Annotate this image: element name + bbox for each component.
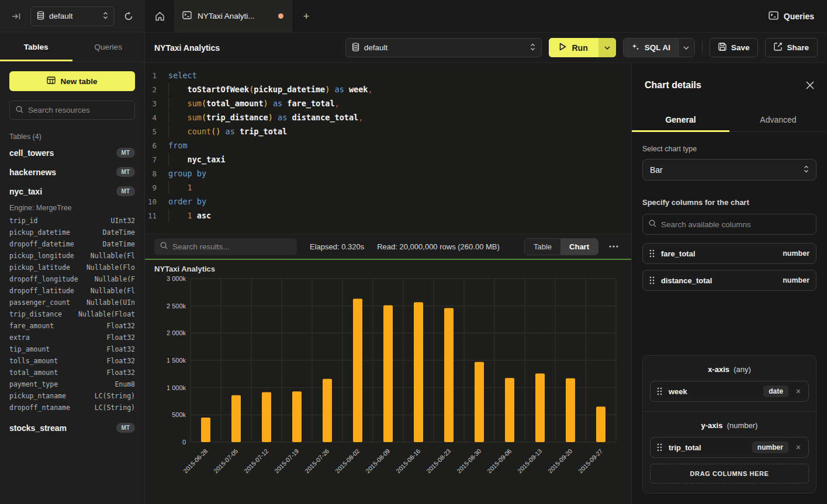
chart-bar <box>201 418 210 442</box>
tables-section-label: Tables (4) <box>9 133 135 141</box>
column-chip-trip_total[interactable]: trip_totalnumber× <box>650 437 809 458</box>
chip-name: trip_total <box>669 443 746 452</box>
code-line: 8group by <box>145 166 631 180</box>
run-button[interactable]: Run <box>549 38 598 57</box>
tab-strip: NYTaxi Analyti... + <box>145 0 756 32</box>
chart-details-title: Chart details <box>645 80 806 91</box>
run-options-chevron[interactable] <box>598 38 616 57</box>
column-row: trip_idUInt32 <box>9 215 135 227</box>
close-icon[interactable] <box>806 80 814 91</box>
refresh-icon[interactable] <box>120 8 137 25</box>
sql-ai-chevron[interactable] <box>678 39 694 57</box>
x-axis-tick-label: 2015-09-20 <box>546 447 574 475</box>
line-number: 6 <box>145 141 165 150</box>
save-label: Save <box>731 43 750 52</box>
code-line: 10order by <box>145 194 631 208</box>
details-tab-advanced[interactable]: Advanced <box>729 107 827 131</box>
column-row: extraFloat32 <box>9 332 135 343</box>
table-row-nyc_taxi[interactable]: nyc_taxiMT <box>9 182 135 201</box>
sql-ai-label: SQL AI <box>645 43 670 52</box>
chip-type-badge: number <box>783 276 809 284</box>
chart-type-select[interactable]: Bar <box>642 159 816 180</box>
line-number: 8 <box>145 169 165 178</box>
line-number: 10 <box>145 197 165 206</box>
queries-button[interactable]: Queries <box>769 11 814 22</box>
x-axis-tick-label: 2015-09-13 <box>516 447 544 475</box>
table-row-cell_towers[interactable]: cell_towersMT <box>9 143 135 162</box>
share-button[interactable]: Share <box>765 38 818 57</box>
more-options-icon[interactable] <box>605 242 622 251</box>
chevron-updown-icon <box>804 165 809 175</box>
sql-editor[interactable]: 1select2 toStartOfWeek(pickup_datetime) … <box>145 63 631 234</box>
new-table-label: New table <box>60 77 97 86</box>
read-stat: Read: 20,000,000 rows (260.00 MB) <box>377 242 500 251</box>
collapse-sidebar-icon[interactable] <box>8 9 25 24</box>
axis-card: x-axis (any) weekdate× y-axis (number) t… <box>642 355 816 493</box>
chart-details-header: Chart details <box>632 63 827 107</box>
remove-chip-icon[interactable]: × <box>795 387 802 395</box>
query-database-selector[interactable]: default <box>345 38 542 57</box>
table-chart-toggle: TableChart <box>524 238 598 255</box>
chip-type-badge: number <box>783 249 809 258</box>
save-button[interactable]: Save <box>710 38 759 57</box>
top-bar: default <box>0 0 827 33</box>
column-chip-distance_total[interactable]: distance_totalnumber <box>642 270 816 291</box>
tab-nytaxi-analytics[interactable]: NYTaxi Analyti... <box>174 0 292 32</box>
results-search-input[interactable] <box>172 242 291 251</box>
view-toggle-chart[interactable]: Chart <box>560 239 598 255</box>
view-toggle-table[interactable]: Table <box>525 239 560 255</box>
new-table-button[interactable]: New table <box>9 71 135 91</box>
drag-handle-icon[interactable] <box>649 276 655 284</box>
y-axis-label: y-axis (number) <box>650 414 809 437</box>
chart-bar <box>231 395 241 442</box>
line-number: 1 <box>145 71 165 80</box>
drag-columns-dropzone[interactable]: DRAG COLUMNS HERE <box>650 464 809 484</box>
chip-name: distance_total <box>661 276 776 285</box>
new-tab-button[interactable]: + <box>292 0 320 32</box>
run-button-group: Run <box>549 38 615 57</box>
drag-handle-icon[interactable] <box>657 443 662 451</box>
line-number: 3 <box>145 99 165 108</box>
resource-search-input[interactable] <box>28 106 129 114</box>
sidebar-tab-tables[interactable]: Tables <box>0 33 72 61</box>
database-selector-value: default <box>49 12 98 20</box>
svg-text:1 000k: 1 000k <box>167 384 186 391</box>
x-axis-tick-label: 2015-08-16 <box>395 447 422 475</box>
code-line: 3 sum(total_amount) as fare_total, <box>145 96 631 110</box>
search-icon <box>16 105 23 116</box>
columns-section-label: Specify columns for the chart <box>642 198 816 207</box>
search-icon <box>649 219 656 230</box>
top-bar-right: Queries <box>756 0 827 32</box>
column-chip-week[interactable]: weekdate× <box>650 381 809 402</box>
x-axis-tick-label: 2015-08-09 <box>364 447 392 475</box>
code-line: 2 toStartOfWeek(pickup_datetime) as week… <box>145 82 631 96</box>
columns-search <box>642 214 816 235</box>
x-axis-tick-label: 2015-09-27 <box>577 447 604 475</box>
query-title: NYTaxi Analytics <box>154 43 338 53</box>
run-button-label: Run <box>572 43 587 53</box>
database-selector[interactable]: default <box>30 6 115 26</box>
chart-bar <box>535 373 545 442</box>
home-icon[interactable] <box>145 0 174 32</box>
code-line: 7 nyc_taxi <box>145 152 631 166</box>
sql-ai-button[interactable]: SQL AI <box>624 39 678 57</box>
x-axis-tick-label: 2015-07-05 <box>212 447 240 475</box>
column-chip-fare_total[interactable]: fare_totalnumber <box>642 243 816 264</box>
drag-handle-icon[interactable] <box>657 387 662 395</box>
top-bar-left: default <box>0 0 145 32</box>
columns-search-input[interactable] <box>661 220 810 229</box>
sidebar-body: New table Tables (4) cell_towersMThacker… <box>0 62 144 504</box>
main-area: NYTaxi Analytics default <box>145 33 827 504</box>
table-row-hackernews[interactable]: hackernewsMT <box>9 162 135 182</box>
remove-chip-icon[interactable]: × <box>795 443 802 451</box>
x-axis-tick-label: 2015-08-30 <box>455 447 483 475</box>
sidebar-tab-queries[interactable]: Queries <box>72 33 145 61</box>
table-row-stocks_stream[interactable]: stocks_streamMT <box>9 418 135 437</box>
y-axis-chips: trip_totalnumber× <box>650 437 809 458</box>
line-number: 11 <box>145 211 165 220</box>
engine-label: Engine: MergeTree <box>9 201 135 215</box>
tab-label: NYTaxi Analyti... <box>198 12 255 20</box>
drag-handle-icon[interactable] <box>649 249 655 258</box>
code-line: 4 sum(trip_distance) as distance_total, <box>145 110 631 124</box>
details-tab-general[interactable]: General <box>632 107 729 131</box>
